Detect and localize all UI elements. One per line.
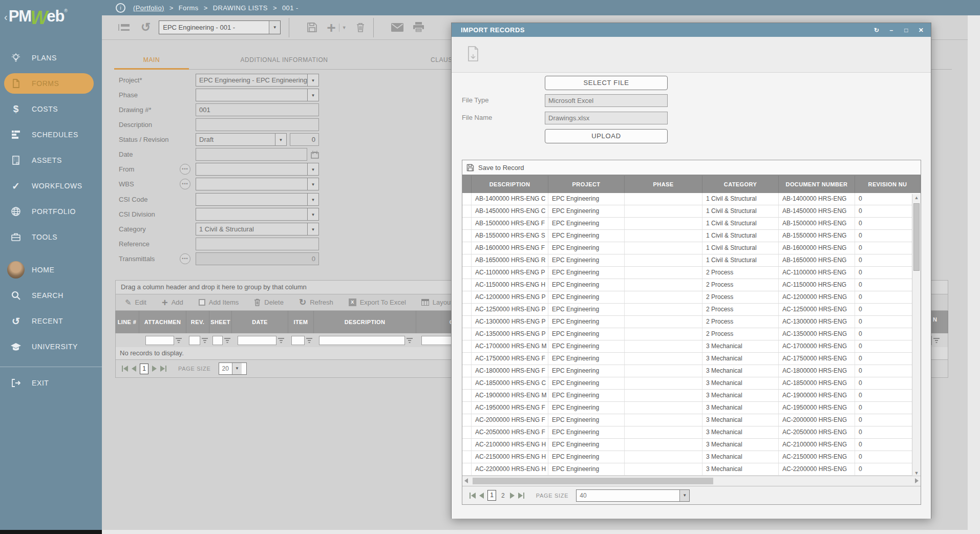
- chevron-down-icon[interactable]: ▼: [269, 21, 280, 34]
- sidebar-item-assets[interactable]: ASSETS: [0, 147, 102, 173]
- add-row-button[interactable]: +Add: [162, 298, 183, 306]
- row-selector-cell[interactable]: [462, 230, 472, 242]
- save-button[interactable]: [307, 22, 317, 33]
- column-header-project[interactable]: PROJECT: [548, 176, 625, 193]
- last-page-button[interactable]: [160, 366, 166, 372]
- sidebar-item-costs[interactable]: $ COSTS: [0, 96, 102, 122]
- from-select[interactable]: ▼: [196, 163, 319, 176]
- sidebar-item-plans[interactable]: PLANS: [0, 45, 102, 71]
- collapse-chevron-icon[interactable]: ‹: [4, 11, 8, 23]
- save-to-record-button[interactable]: Save to Record: [462, 160, 921, 176]
- chevron-down-icon[interactable]: ▼: [307, 194, 318, 205]
- table-row[interactable]: AC-1300000 HRS-ENG P EPC Engineering 2 P…: [462, 316, 921, 328]
- table-row[interactable]: AC-1900000 HRS-ENG M EPC Engineering 3 M…: [462, 390, 921, 402]
- chevron-down-icon[interactable]: ▼: [307, 208, 318, 220]
- current-page[interactable]: 1: [140, 364, 148, 374]
- scrollbar-thumb[interactable]: [913, 203, 920, 271]
- page-size-select[interactable]: 20▼: [219, 362, 247, 375]
- scroll-right-icon[interactable]: [915, 478, 919, 483]
- table-row[interactable]: AB-1600000 HRS-ENG F EPC Engineering 1 C…: [462, 242, 921, 254]
- csi-code-select[interactable]: ▼: [196, 193, 319, 206]
- table-row[interactable]: AC-1750000 HRS-ENG F EPC Engineering 3 M…: [462, 353, 921, 365]
- chevron-down-icon[interactable]: ▼: [307, 223, 318, 235]
- column-header-date[interactable]: DATE: [232, 311, 288, 333]
- scrollbar-thumb[interactable]: [473, 478, 713, 484]
- filter-input[interactable]: [238, 336, 276, 345]
- filter-icon[interactable]: [933, 338, 940, 343]
- row-selector-cell[interactable]: [462, 242, 472, 254]
- phase-select[interactable]: ▼: [196, 89, 319, 101]
- filter-input[interactable]: [291, 336, 305, 345]
- select-file-button[interactable]: SELECT FILE: [545, 76, 668, 90]
- row-selector-cell[interactable]: [462, 254, 472, 266]
- scroll-down-icon[interactable]: ▼: [912, 471, 921, 476]
- edit-button[interactable]: ✎Edit: [125, 298, 146, 307]
- table-row[interactable]: AC-2150000 HRS-ENG H EPC Engineering 3 M…: [462, 451, 921, 463]
- table-row[interactable]: AC-2000000 HRS-ENG F EPC Engineering 3 M…: [462, 414, 921, 426]
- current-page[interactable]: 1: [487, 490, 496, 501]
- row-selector-cell[interactable]: [462, 463, 472, 475]
- page-size-select[interactable]: 40 ▼: [576, 489, 690, 502]
- reference-input[interactable]: [196, 238, 319, 250]
- record-selector-dropdown[interactable]: EPC Engineering - 001 - ▼: [159, 20, 281, 34]
- sidebar-item-search[interactable]: SEARCH: [0, 283, 102, 308]
- dialog-refresh-icon[interactable]: ↻: [873, 27, 880, 34]
- next-page-button[interactable]: [510, 493, 515, 499]
- filter-input[interactable]: [189, 336, 200, 345]
- row-selector-cell[interactable]: [462, 377, 472, 389]
- table-row[interactable]: AC-2100000 HRS-ENG H EPC Engineering 3 M…: [462, 439, 921, 451]
- sidebar-item-university[interactable]: UNIVERSITY: [0, 334, 102, 359]
- last-page-button[interactable]: [518, 493, 524, 499]
- vertical-scrollbar[interactable]: ▲ ▼: [912, 194, 921, 477]
- column-header-sheet[interactable]: SHEET: [209, 311, 232, 333]
- tab-main[interactable]: MAIN: [114, 54, 189, 68]
- table-row[interactable]: AC-1950000 HRS-ENG F EPC Engineering 3 M…: [462, 402, 921, 414]
- add-items-button[interactable]: Add Items: [199, 298, 239, 306]
- column-header-document-number[interactable]: DOCUMENT NUMBER: [779, 176, 855, 193]
- layout-button[interactable]: Layout: [421, 298, 453, 306]
- table-row[interactable]: AC-2050000 HRS-ENG F EPC Engineering 3 M…: [462, 426, 921, 439]
- horizontal-scrollbar[interactable]: [462, 476, 921, 486]
- dialog-minimize-icon[interactable]: –: [888, 27, 895, 34]
- column-header-rev[interactable]: REV.: [186, 311, 209, 333]
- table-row[interactable]: AB-1400000 HRS-ENG C EPC Engineering 1 C…: [462, 193, 921, 205]
- print-button[interactable]: [413, 22, 424, 33]
- row-selector-cell[interactable]: [462, 304, 472, 315]
- sidebar-item-exit[interactable]: EXIT: [0, 370, 102, 396]
- tab-additional-information[interactable]: ADDITIONAL INFORMATION: [189, 54, 379, 68]
- first-page-button[interactable]: [122, 366, 128, 372]
- wbs-lookup-button[interactable]: •••: [180, 179, 190, 189]
- wbs-select[interactable]: ▼: [196, 178, 319, 190]
- row-selector-cell[interactable]: [462, 279, 472, 291]
- sidebar-item-recent[interactable]: ↺ RECENT: [0, 308, 102, 334]
- pmweb-logo[interactable]: ‹ PM W eb ®: [0, 0, 102, 37]
- row-selector-cell[interactable]: [462, 205, 472, 217]
- filter-icon[interactable]: [176, 338, 182, 343]
- delete-rows-button[interactable]: Delete: [254, 298, 284, 306]
- prev-page-button[interactable]: [132, 366, 136, 372]
- row-selector-cell[interactable]: [462, 365, 472, 377]
- next-page-button[interactable]: [152, 366, 157, 372]
- row-selector-cell[interactable]: [462, 353, 472, 365]
- table-row[interactable]: AC-1350000 HRS-ENG P EPC Engineering 2 P…: [462, 328, 921, 340]
- column-header-category[interactable]: CATEGORY: [702, 176, 779, 193]
- column-header-phase[interactable]: PHASE: [625, 176, 702, 193]
- table-row[interactable]: AC-1200000 HRS-ENG P EPC Engineering 2 P…: [462, 291, 921, 304]
- scroll-up-icon[interactable]: ▲: [912, 195, 921, 200]
- upload-button[interactable]: UPLOAD: [545, 129, 668, 143]
- filter-icon[interactable]: [278, 338, 284, 343]
- revision-number-input[interactable]: 0: [290, 133, 319, 146]
- first-page-button[interactable]: [470, 493, 476, 499]
- drawing-number-input[interactable]: 001: [196, 103, 319, 116]
- record-history-icon[interactable]: ↺: [141, 22, 151, 33]
- row-selector-cell[interactable]: [462, 439, 472, 451]
- sidebar-item-workflows[interactable]: ✓ WORKFLOWS: [0, 173, 102, 199]
- row-selector-cell[interactable]: [462, 267, 472, 279]
- row-selector-cell[interactable]: [462, 451, 472, 463]
- calendar-icon[interactable]: [311, 150, 319, 161]
- table-row[interactable]: AC-1700000 HRS-ENG M EPC Engineering 3 M…: [462, 340, 921, 353]
- breadcrumb-forms[interactable]: Forms: [179, 4, 199, 12]
- prev-page-button[interactable]: [479, 493, 484, 499]
- column-header-description[interactable]: DESCRIPTION: [472, 176, 548, 193]
- column-header-item[interactable]: ITEM: [288, 311, 314, 333]
